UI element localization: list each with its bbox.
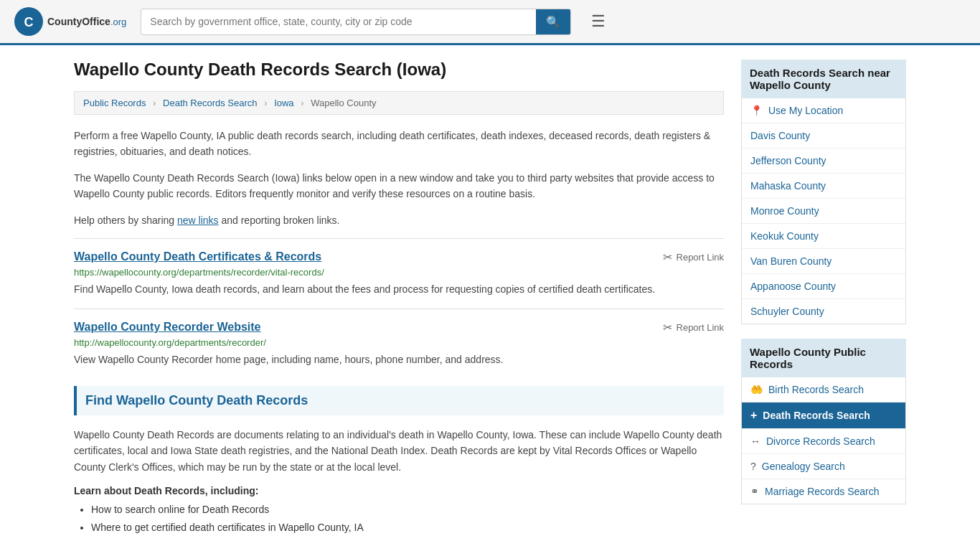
breadcrumb-sep-3: › <box>301 98 303 108</box>
hamburger-icon: ☰ <box>591 12 606 30</box>
breadcrumb-sep-1: › <box>153 98 156 108</box>
divorce-icon: ↔ <box>750 435 760 447</box>
content-area: Wapello County Death Records Search (Iow… <box>74 60 724 538</box>
result-url-2: http://wapellocounty.org/departments/rec… <box>74 337 724 348</box>
report-icon-1: ✂ <box>663 250 672 264</box>
logo[interactable]: C CountyOffice.org <box>14 7 126 36</box>
menu-button[interactable]: ☰ <box>585 9 611 34</box>
sidebar-item-mahaska-county[interactable]: Mahaska County <box>742 174 905 199</box>
sidebar-records-header: Wapello County Public Records <box>741 339 906 377</box>
results-container: Wapello County Death Certificates & Reco… <box>74 238 724 379</box>
marriage-records-link[interactable]: Marriage Records Search <box>765 486 880 497</box>
result-block-1: Wapello County Death Certificates & Reco… <box>74 238 724 309</box>
divorce-records-link[interactable]: Divorce Records Search <box>766 435 875 447</box>
find-section-para: Wapello County Death Records are documen… <box>74 427 724 475</box>
sidebar-item-appanoose-county[interactable]: Appanoose County <box>742 274 905 299</box>
sidebar: Death Records Search near Wapello County… <box>741 60 906 538</box>
main-container: Wapello County Death Records Search (Iow… <box>60 45 920 551</box>
result-block-2: Wapello County Recorder Website ✂ Report… <box>74 309 724 379</box>
monroe-county-link[interactable]: Monroe County <box>750 205 819 217</box>
genealogy-link[interactable]: Genealogy Search <box>762 461 845 472</box>
sidebar-nearby-header: Death Records Search near Wapello County <box>741 60 906 98</box>
learn-list-item-2: Where to get certified death certificate… <box>91 520 724 535</box>
page-title: Wapello County Death Records Search (Iow… <box>74 60 724 80</box>
result-url-1: https://wapellocounty.org/departments/re… <box>74 267 724 278</box>
breadcrumb-link-public-records[interactable]: Public Records <box>83 98 146 108</box>
van-buren-county-link[interactable]: Van Buren County <box>750 255 831 267</box>
report-link-button-1[interactable]: ✂ Report Link <box>663 250 724 264</box>
breadcrumb-current: Wapello County <box>311 98 376 108</box>
sidebar-item-use-my-location[interactable]: 📍 Use My Location <box>742 98 905 123</box>
schuyler-county-link[interactable]: Schuyler County <box>750 306 824 317</box>
search-icon: 🔍 <box>546 16 560 28</box>
jefferson-county-link[interactable]: Jefferson County <box>750 155 826 166</box>
sidebar-item-birth-records[interactable]: 🤲 Birth Records Search <box>742 377 905 402</box>
keokuk-county-link[interactable]: Keokuk County <box>750 230 819 242</box>
sidebar-item-marriage-records[interactable]: ⚭ Marriage Records Search <box>742 479 905 504</box>
breadcrumb: Public Records › Death Records Search › … <box>74 91 724 115</box>
breadcrumb-sep-2: › <box>264 98 267 108</box>
mahaska-county-link[interactable]: Mahaska County <box>750 180 826 192</box>
sidebar-item-divorce-records[interactable]: ↔ Divorce Records Search <box>742 429 905 454</box>
death-icon: + <box>750 409 757 422</box>
sidebar-records-section: Wapello County Public Records 🤲 Birth Re… <box>741 339 906 504</box>
learn-title: Learn about Death Records, including: <box>74 485 724 496</box>
result-desc-2: View Wapello County Recorder home page, … <box>74 352 724 367</box>
birth-records-link[interactable]: Birth Records Search <box>768 384 864 395</box>
sidebar-nearby-list: 📍 Use My Location Davis County Jefferson… <box>741 98 906 324</box>
davis-county-link[interactable]: Davis County <box>750 130 810 141</box>
sidebar-item-genealogy[interactable]: ? Genealogy Search <box>742 454 905 479</box>
search-button[interactable]: 🔍 <box>536 9 570 34</box>
desc-para-2: The Wapello County Death Records Search … <box>74 170 724 202</box>
logo-text: CountyOffice.org <box>47 16 126 27</box>
search-bar: 🔍 <box>141 9 571 35</box>
result-title-row-1: Wapello County Death Certificates & Reco… <box>74 250 724 264</box>
breadcrumb-link-iowa[interactable]: Iowa <box>274 98 293 108</box>
report-link-label-1: Report Link <box>677 252 724 263</box>
header: C CountyOffice.org 🔍 ☰ <box>0 0 980 45</box>
sidebar-item-van-buren-county[interactable]: Van Buren County <box>742 249 905 274</box>
genealogy-icon: ? <box>750 461 756 472</box>
learn-list: How to search online for Death Records W… <box>91 502 724 535</box>
svg-text:C: C <box>24 15 34 29</box>
result-title-2[interactable]: Wapello County Recorder Website <box>74 321 260 334</box>
report-link-button-2[interactable]: ✂ Report Link <box>663 321 724 334</box>
new-links-link[interactable]: new links <box>177 215 219 226</box>
appanoose-county-link[interactable]: Appanoose County <box>750 281 836 292</box>
learn-list-item-1: How to search online for Death Records <box>91 502 724 517</box>
use-my-location-link[interactable]: Use My Location <box>768 105 843 116</box>
sidebar-item-monroe-county[interactable]: Monroe County <box>742 199 905 224</box>
desc-para-1: Perform a free Wapello County, IA public… <box>74 128 724 160</box>
find-section-title: Find Wapello County Death Records <box>74 386 724 415</box>
logo-icon: C <box>14 7 43 36</box>
find-section: Find Wapello County Death Records Wapell… <box>74 386 724 535</box>
result-title-1[interactable]: Wapello County Death Certificates & Reco… <box>74 250 321 263</box>
result-title-row-2: Wapello County Recorder Website ✂ Report… <box>74 321 724 334</box>
sidebar-item-davis-county[interactable]: Davis County <box>742 123 905 149</box>
death-records-label: Death Records Search <box>763 410 870 421</box>
report-link-label-2: Report Link <box>677 322 724 333</box>
report-icon-2: ✂ <box>663 321 672 334</box>
sidebar-item-schuyler-county[interactable]: Schuyler County <box>742 299 905 324</box>
location-icon: 📍 <box>750 105 763 116</box>
desc-3-pre: Help others by sharing <box>74 215 177 226</box>
desc-3-post: and reporting broken links. <box>219 215 340 226</box>
sidebar-nearby-section: Death Records Search near Wapello County… <box>741 60 906 324</box>
birth-icon: 🤲 <box>750 384 763 395</box>
search-input[interactable] <box>141 10 536 33</box>
sidebar-records-list: 🤲 Birth Records Search + Death Records S… <box>741 377 906 504</box>
sidebar-item-keokuk-county[interactable]: Keokuk County <box>742 224 905 249</box>
breadcrumb-link-death-records[interactable]: Death Records Search <box>163 98 258 108</box>
sidebar-item-death-records[interactable]: + Death Records Search <box>742 402 905 429</box>
marriage-icon: ⚭ <box>750 486 759 497</box>
sidebar-item-jefferson-county[interactable]: Jefferson County <box>742 149 905 174</box>
result-desc-1: Find Wapello County, Iowa death records,… <box>74 282 724 297</box>
desc-para-3: Help others by sharing new links and rep… <box>74 212 724 228</box>
